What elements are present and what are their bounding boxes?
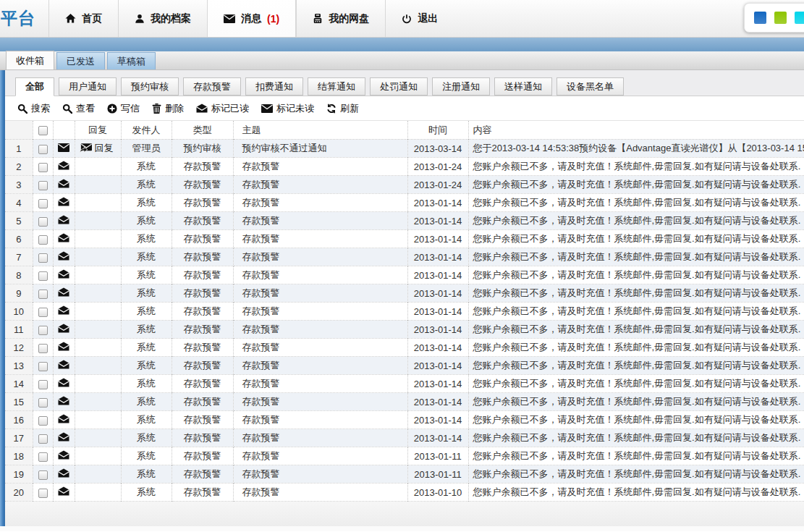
subject-cell[interactable]: 存款预警	[233, 176, 407, 194]
filter-tab[interactable]: 送样通知	[494, 77, 552, 96]
subject-cell[interactable]: 存款预警	[233, 447, 407, 465]
filter-tab[interactable]: 注册通知	[432, 77, 490, 96]
message-row[interactable]: 5系统存款预警存款预警2013-01-14您账户余额已不多，请及时充值！系统邮件…	[5, 212, 804, 230]
row-checkbox[interactable]	[38, 235, 48, 245]
row-checkbox[interactable]	[38, 470, 48, 480]
row-number: 6	[5, 230, 33, 248]
type-cell: 存款预警	[172, 411, 233, 429]
nav-item-messages[interactable]: 消息(1)	[207, 0, 296, 37]
theme-color-swatch[interactable]	[795, 12, 804, 24]
row-checkbox[interactable]	[38, 217, 48, 227]
row-checkbox[interactable]	[38, 290, 48, 299]
filter-tab[interactable]: 设备黑名单	[557, 77, 624, 96]
subject-cell[interactable]: 存款预警	[233, 411, 407, 429]
filter-tab[interactable]: 预约审核	[121, 77, 179, 96]
view-button[interactable]: 查看	[62, 102, 95, 115]
subject-cell[interactable]: 存款预警	[233, 248, 407, 266]
row-checkbox[interactable]	[38, 163, 48, 172]
row-checkbox[interactable]	[38, 326, 48, 335]
filter-tab[interactable]: 用户通知	[59, 77, 117, 96]
compose-button[interactable]: 写信	[107, 102, 140, 115]
subject-cell[interactable]: 存款预警	[233, 484, 407, 502]
nav-item-label: 消息	[241, 12, 261, 25]
message-row[interactable]: 15系统存款预警存款预警2013-01-14您账户余额已不多，请及时充值！系统邮…	[5, 393, 804, 411]
message-row[interactable]: 7系统存款预警存款预警2013-01-14您账户余额已不多，请及时充值！系统邮件…	[5, 248, 804, 266]
subject-cell[interactable]: 存款预警	[233, 321, 407, 339]
subject-cell[interactable]: 存款预警	[233, 465, 407, 484]
subject-cell[interactable]: 存款预警	[233, 158, 407, 176]
message-toolbar: 搜索查看写信删除标记已读标记未读刷新	[5, 96, 804, 120]
filter-tab[interactable]: 存款预警	[183, 77, 241, 96]
message-row[interactable]: 13系统存款预警存款预警2013-01-14您账户余额已不多，请及时充值！系统邮…	[5, 357, 804, 375]
mail-open-icon	[58, 179, 69, 188]
toolbar-label: 标记已读	[211, 102, 249, 115]
tab-inbox[interactable]: 收件箱	[6, 51, 54, 69]
subject-cell[interactable]: 预约审核不通过通知	[233, 140, 407, 158]
subject-cell[interactable]: 存款预警	[233, 393, 407, 411]
theme-color-swatch[interactable]	[754, 12, 766, 24]
message-row[interactable]: 9系统存款预警存款预警2013-01-14您账户余额已不多，请及时充值！系统邮件…	[5, 284, 804, 303]
nav-item-my-files[interactable]: 我的档案	[118, 0, 207, 37]
time-cell: 2013-01-24	[407, 158, 468, 176]
reply-button[interactable]: 回复	[80, 142, 114, 155]
row-checkbox[interactable]	[38, 253, 48, 263]
nav-item-home[interactable]: 首页	[48, 0, 118, 37]
refresh-button[interactable]: 刷新	[326, 102, 359, 115]
row-checkbox[interactable]	[38, 181, 48, 190]
message-row[interactable]: 18系统存款预警存款预警2013-01-11您账户余额已不多，请及时充值！系统邮…	[5, 447, 804, 465]
filter-tab[interactable]: 结算通知	[308, 77, 365, 96]
subject-cell[interactable]: 存款预警	[233, 194, 407, 212]
message-row[interactable]: 20系统存款预警存款预警2013-01-10您账户余额已不多，请及时充值！系统邮…	[5, 484, 804, 502]
row-checkbox[interactable]	[38, 308, 48, 317]
row-checkbox[interactable]	[38, 489, 48, 498]
subject-cell[interactable]: 存款预警	[233, 375, 407, 393]
filter-tab[interactable]: 处罚通知	[370, 77, 428, 96]
row-checkbox[interactable]	[38, 145, 48, 154]
message-row[interactable]: 19系统存款预警存款预警2013-01-11您账户余额已不多，请及时充值！系统邮…	[5, 465, 804, 484]
subject-cell[interactable]: 存款预警	[233, 429, 407, 447]
row-checkbox[interactable]	[38, 416, 48, 426]
type-cell: 存款预警	[172, 158, 233, 176]
message-row[interactable]: 10系统存款预警存款预警2013-01-14您账户余额已不多，请及时充值！系统邮…	[5, 303, 804, 321]
row-checkbox[interactable]	[38, 452, 48, 462]
delete-button[interactable]: 删除	[152, 102, 184, 115]
filter-tab[interactable]: 全部	[15, 77, 54, 96]
mark-unread-button[interactable]: 标记未读	[261, 102, 314, 115]
message-row[interactable]: 11系统存款预警存款预警2013-01-14您账户余额已不多，请及时充值！系统邮…	[5, 321, 804, 339]
nav-item-logout[interactable]: 退出	[385, 0, 454, 37]
message-row[interactable]: 1回复管理员预约审核预约审核不通过通知2013-03-14您于2013-03-1…	[5, 140, 804, 158]
message-row[interactable]: 6系统存款预警存款预警2013-01-14您账户余额已不多，请及时充值！系统邮件…	[5, 230, 804, 248]
subject-cell[interactable]: 存款预警	[233, 212, 407, 230]
select-all-checkbox[interactable]	[38, 126, 48, 135]
row-checkbox[interactable]	[38, 434, 48, 444]
sender-cell: 系统	[121, 484, 172, 502]
subject-cell[interactable]: 存款预警	[233, 284, 407, 303]
message-row[interactable]: 12系统存款预警存款预警2013-01-14您账户余额已不多，请及时充值！系统邮…	[5, 339, 804, 357]
message-row[interactable]: 14系统存款预警存款预警2013-01-14您账户余额已不多，请及时充值！系统邮…	[5, 375, 804, 393]
message-row[interactable]: 8系统存款预警存款预警2013-01-14您账户余额已不多，请及时充值！系统邮件…	[5, 266, 804, 284]
subject-cell[interactable]: 存款预警	[233, 339, 407, 357]
subject-cell[interactable]: 存款预警	[233, 230, 407, 248]
filter-tab[interactable]: 扣费通知	[245, 77, 303, 96]
message-row[interactable]: 4系统存款预警存款预警2013-01-14您账户余额已不多，请及时充值！系统邮件…	[5, 194, 804, 212]
row-checkbox[interactable]	[38, 380, 48, 389]
subject-cell[interactable]: 存款预警	[233, 357, 407, 375]
header-time: 时间	[407, 121, 468, 140]
row-checkbox[interactable]	[38, 271, 48, 281]
message-row[interactable]: 16系统存款预警存款预警2013-01-14您账户余额已不多，请及时充值！系统邮…	[5, 411, 804, 429]
row-checkbox[interactable]	[38, 344, 48, 353]
row-checkbox[interactable]	[38, 362, 48, 371]
message-row[interactable]: 2系统存款预警存款预警2013-01-24您账户余额已不多，请及时充值！系统邮件…	[5, 158, 804, 176]
theme-color-swatch[interactable]	[774, 12, 787, 24]
row-checkbox[interactable]	[38, 398, 48, 408]
subject-cell[interactable]: 存款预警	[233, 266, 407, 284]
message-row[interactable]: 17系统存款预警存款预警2013-01-14您账户余额已不多，请及时充值！系统邮…	[5, 429, 804, 447]
search-button[interactable]: 搜索	[17, 102, 50, 115]
tab-drafts[interactable]: 草稿箱	[107, 52, 156, 69]
mark-read-button[interactable]: 标记已读	[196, 102, 249, 115]
row-checkbox[interactable]	[38, 199, 48, 208]
nav-item-my-drive[interactable]: 我的网盘	[296, 0, 385, 37]
subject-cell[interactable]: 存款预警	[233, 303, 407, 321]
tab-sent[interactable]: 已发送	[56, 52, 105, 69]
message-row[interactable]: 3系统存款预警存款预警2013-01-24您账户余额已不多，请及时充值！系统邮件…	[5, 176, 804, 194]
